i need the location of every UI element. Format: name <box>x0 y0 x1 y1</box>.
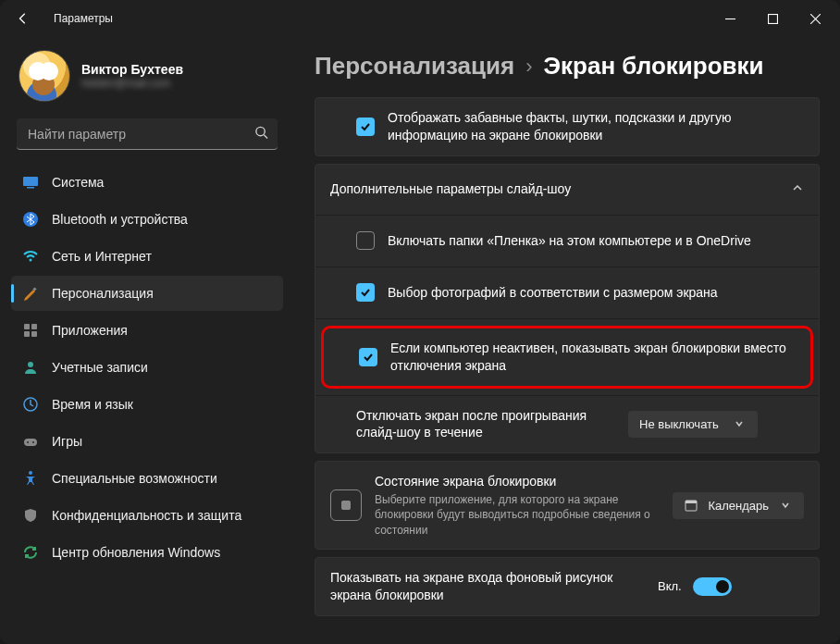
close-icon <box>810 14 821 24</box>
turn-off-label: Отключать экран после проигрывания слайд… <box>356 407 615 442</box>
fun-facts-checkbox[interactable] <box>356 118 375 136</box>
sidebar-item-label: Bluetooth и устройства <box>52 212 188 227</box>
avatar <box>19 50 70 102</box>
sidebar-item-system[interactable]: Система <box>11 165 283 200</box>
sidebar-item-personalization[interactable]: Персонализация <box>11 276 283 311</box>
svg-point-16 <box>29 471 32 475</box>
search-wrap <box>17 118 278 150</box>
sidebar-item-time-language[interactable]: Время и язык <box>11 387 283 422</box>
svg-point-15 <box>32 441 34 443</box>
arrow-left-icon <box>17 12 30 25</box>
settings-window: Параметры Виктор Бухтеев hidden@mail.com <box>0 0 840 644</box>
maximize-button[interactable] <box>751 4 794 33</box>
sidebar-item-gaming[interactable]: Игры <box>11 424 283 459</box>
svg-rect-13 <box>24 439 37 446</box>
chevron-down-icon <box>732 418 747 429</box>
slideshow-header-row[interactable]: Дополнительные параметры слайд-шоу <box>315 165 819 215</box>
sidebar-item-accounts[interactable]: Учетные записи <box>11 350 283 385</box>
sidebar-item-label: Сеть и Интернет <box>52 249 152 264</box>
profile[interactable]: Виктор Бухтеев hidden@mail.com <box>11 46 283 115</box>
signin-bg-toggle[interactable] <box>693 577 732 596</box>
minimize-icon <box>725 14 735 24</box>
sidebar-item-label: Время и язык <box>52 397 133 412</box>
signin-bg-label: Показывать на экране входа фоновый рисун… <box>330 569 645 604</box>
sidebar-item-network[interactable]: Сеть и Интернет <box>11 239 283 274</box>
lockscreen-status-text: Состояние экрана блокировки Выберите при… <box>375 473 660 537</box>
sidebar-item-label: Персонализация <box>52 286 154 301</box>
lockscreen-status-icon <box>330 489 362 521</box>
system-icon <box>22 174 39 191</box>
svg-rect-3 <box>27 187 34 189</box>
breadcrumb-parent[interactable]: Персонализация <box>315 52 514 80</box>
lockscreen-status-value: Календарь <box>708 499 769 513</box>
app-title: Параметры <box>54 12 113 25</box>
idle-lockscreen-checkbox[interactable] <box>359 348 377 366</box>
include-camera-roll-label: Включать папки «Пленка» на этом компьюте… <box>388 232 804 250</box>
windows-update-icon <box>22 544 39 561</box>
breadcrumb: Персонализация › Экран блокировки <box>315 52 820 80</box>
include-camera-roll-row[interactable]: Включать папки «Пленка» на этом компьюте… <box>315 215 819 266</box>
sidebar: Виктор Бухтеев hidden@mail.com Система B… <box>11 46 289 635</box>
turn-off-value: Не выключать <box>639 417 719 431</box>
fun-facts-label: Отображать забавные факты, шутки, подска… <box>388 109 804 144</box>
chevron-right-icon: › <box>525 55 532 79</box>
close-button[interactable] <box>794 4 836 33</box>
sidebar-item-privacy[interactable]: Конфиденциальность и защита <box>11 498 283 533</box>
wifi-icon <box>22 248 39 265</box>
sidebar-item-apps[interactable]: Приложения <box>11 313 283 348</box>
svg-rect-10 <box>31 331 37 337</box>
include-camera-roll-checkbox[interactable] <box>356 231 375 250</box>
fun-facts-card: Отображать забавные факты, шутки, подска… <box>315 97 820 156</box>
lockscreen-status-desc: Выберите приложение, для которого на экр… <box>375 492 660 538</box>
body-area: Виктор Бухтеев hidden@mail.com Система B… <box>0 37 840 644</box>
bluetooth-icon <box>22 211 39 228</box>
sidebar-item-label: Приложения <box>52 323 128 338</box>
svg-rect-8 <box>31 324 37 329</box>
titlebar-left: Параметры <box>9 5 113 32</box>
svg-point-5 <box>30 259 32 262</box>
svg-rect-7 <box>24 324 30 329</box>
sidebar-item-label: Специальные возможности <box>52 471 217 486</box>
lockscreen-status-card: Состояние экрана блокировки Выберите при… <box>315 461 820 549</box>
accounts-icon <box>22 359 39 376</box>
accessibility-icon <box>22 470 39 487</box>
svg-point-1 <box>256 127 265 135</box>
lockscreen-status-dropdown[interactable]: Календарь <box>673 492 804 519</box>
sidebar-item-label: Центр обновления Windows <box>52 545 220 560</box>
titlebar: Параметры <box>0 0 840 37</box>
turn-off-dropdown[interactable]: Не выключать <box>628 411 758 438</box>
signin-bg-toggle-wrap: Вкл. <box>658 577 732 596</box>
signin-bg-card: Показывать на экране входа фоновый рисун… <box>315 557 820 616</box>
fun-facts-row[interactable]: Отображать забавные факты, шутки, подска… <box>315 98 819 155</box>
signin-bg-row: Показывать на экране входа фоновый рисун… <box>315 558 819 615</box>
sidebar-item-label: Конфиденциальность и защита <box>52 508 241 523</box>
sidebar-item-bluetooth[interactable]: Bluetooth и устройства <box>11 202 283 237</box>
check-icon <box>363 352 374 363</box>
fit-to-screen-checkbox[interactable] <box>356 283 375 302</box>
turn-off-row: Отключать экран после проигрывания слайд… <box>315 395 819 453</box>
sidebar-item-accessibility[interactable]: Специальные возможности <box>11 461 283 496</box>
time-language-icon <box>22 396 39 413</box>
fit-to-screen-label: Выбор фотографий в соответствии с размер… <box>388 284 804 302</box>
svg-rect-2 <box>23 177 38 186</box>
chevron-up-icon <box>791 181 804 198</box>
lockscreen-status-title: Состояние экрана блокировки <box>375 473 660 490</box>
sidebar-item-label: Система <box>52 175 104 190</box>
search-input[interactable] <box>17 118 278 150</box>
fit-to-screen-row[interactable]: Выбор фотографий в соответствии с размер… <box>315 266 819 318</box>
check-icon <box>360 121 371 132</box>
highlight-annotation: Если компьютер неактивен, показывать экр… <box>321 326 813 389</box>
slideshow-header-label: Дополнительные параметры слайд-шоу <box>330 180 778 198</box>
profile-email: hidden@mail.com <box>81 77 183 90</box>
personalization-icon <box>22 285 39 302</box>
calendar-icon <box>684 499 698 512</box>
back-button[interactable] <box>9 5 37 32</box>
svg-rect-0 <box>768 14 777 23</box>
slideshow-card: Дополнительные параметры слайд-шоу Включ… <box>315 164 820 454</box>
lockscreen-status-row: Состояние экрана блокировки Выберите при… <box>315 462 819 548</box>
minimize-button[interactable] <box>709 4 751 33</box>
sidebar-item-windows-update[interactable]: Центр обновления Windows <box>11 535 283 570</box>
svg-point-14 <box>27 441 29 443</box>
idle-lockscreen-row[interactable]: Если компьютер неактивен, показывать экр… <box>324 328 810 386</box>
window-controls <box>709 4 836 33</box>
